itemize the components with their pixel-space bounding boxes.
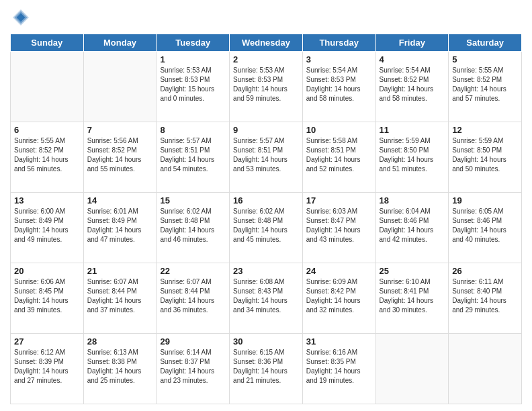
calendar-cell: 1Sunrise: 5:53 AMSunset: 8:53 PMDaylight… bbox=[157, 52, 230, 122]
day-number: 17 bbox=[306, 195, 372, 205]
day-number: 16 bbox=[233, 195, 299, 205]
calendar-cell: 24Sunrise: 6:09 AMSunset: 8:42 PMDayligh… bbox=[302, 263, 375, 334]
calendar-cell: 5Sunrise: 5:55 AMSunset: 8:52 PMDaylight… bbox=[449, 52, 522, 122]
day-number: 22 bbox=[160, 266, 226, 276]
cell-info: Sunrise: 5:57 AMSunset: 8:51 PMDaylight:… bbox=[233, 136, 299, 174]
logo-icon bbox=[10, 7, 32, 28]
cell-info: Sunrise: 6:08 AMSunset: 8:43 PMDaylight:… bbox=[233, 277, 299, 315]
calendar-cell: 3Sunrise: 5:54 AMSunset: 8:53 PMDaylight… bbox=[302, 52, 375, 122]
weekday-header-thursday: Thursday bbox=[302, 34, 375, 52]
calendar-cell bbox=[375, 334, 449, 404]
cell-info: Sunrise: 6:01 AMSunset: 8:49 PMDaylight:… bbox=[87, 207, 153, 244]
day-number: 5 bbox=[452, 54, 518, 64]
day-number: 12 bbox=[452, 125, 518, 135]
cell-info: Sunrise: 5:53 AMSunset: 8:53 PMDaylight:… bbox=[233, 66, 299, 103]
day-number: 10 bbox=[306, 125, 372, 135]
day-number: 28 bbox=[87, 336, 153, 347]
day-number: 21 bbox=[87, 266, 153, 276]
day-number: 15 bbox=[160, 195, 226, 205]
week-row-5: 27Sunrise: 6:12 AMSunset: 8:39 PMDayligh… bbox=[11, 334, 522, 404]
weekday-header-sunday: Sunday bbox=[11, 34, 84, 52]
weekday-header-friday: Friday bbox=[375, 34, 449, 52]
calendar-cell: 11Sunrise: 5:59 AMSunset: 8:50 PMDayligh… bbox=[375, 122, 449, 193]
day-number: 24 bbox=[306, 266, 372, 276]
day-number: 26 bbox=[452, 266, 518, 276]
calendar-cell: 7Sunrise: 5:56 AMSunset: 8:52 PMDaylight… bbox=[83, 122, 157, 193]
cell-info: Sunrise: 6:03 AMSunset: 8:47 PMDaylight:… bbox=[306, 207, 372, 244]
header bbox=[10, 7, 522, 28]
weekday-header-wednesday: Wednesday bbox=[230, 34, 303, 52]
day-number: 23 bbox=[233, 266, 299, 276]
day-number: 7 bbox=[87, 125, 153, 135]
calendar-cell: 14Sunrise: 6:01 AMSunset: 8:49 PMDayligh… bbox=[83, 193, 157, 263]
calendar-cell: 29Sunrise: 6:14 AMSunset: 8:37 PMDayligh… bbox=[157, 334, 230, 404]
cell-info: Sunrise: 6:07 AMSunset: 8:44 PMDaylight:… bbox=[87, 277, 153, 315]
day-number: 3 bbox=[306, 54, 372, 64]
day-number: 30 bbox=[233, 336, 299, 347]
cell-info: Sunrise: 5:53 AMSunset: 8:53 PMDaylight:… bbox=[160, 66, 226, 103]
cell-info: Sunrise: 5:56 AMSunset: 8:52 PMDaylight:… bbox=[87, 136, 153, 174]
cell-info: Sunrise: 6:02 AMSunset: 8:48 PMDaylight:… bbox=[160, 207, 226, 244]
day-number: 4 bbox=[380, 54, 445, 64]
calendar-cell bbox=[83, 52, 157, 122]
day-number: 14 bbox=[87, 195, 153, 205]
day-number: 2 bbox=[233, 54, 299, 64]
cell-info: Sunrise: 6:12 AMSunset: 8:39 PMDaylight:… bbox=[14, 348, 80, 385]
cell-info: Sunrise: 6:07 AMSunset: 8:44 PMDaylight:… bbox=[160, 277, 226, 315]
day-number: 13 bbox=[14, 195, 80, 205]
day-number: 20 bbox=[14, 266, 80, 276]
calendar-cell: 12Sunrise: 5:59 AMSunset: 8:50 PMDayligh… bbox=[449, 122, 522, 193]
day-number: 29 bbox=[160, 336, 226, 347]
cell-info: Sunrise: 6:09 AMSunset: 8:42 PMDaylight:… bbox=[306, 277, 372, 315]
calendar-table: SundayMondayTuesdayWednesdayThursdayFrid… bbox=[10, 34, 522, 404]
day-number: 11 bbox=[380, 125, 445, 135]
day-number: 18 bbox=[380, 195, 445, 205]
cell-info: Sunrise: 5:55 AMSunset: 8:52 PMDaylight:… bbox=[452, 66, 518, 103]
calendar-cell bbox=[11, 52, 84, 122]
week-row-4: 20Sunrise: 6:06 AMSunset: 8:45 PMDayligh… bbox=[11, 263, 522, 334]
cell-info: Sunrise: 6:05 AMSunset: 8:46 PMDaylight:… bbox=[452, 207, 518, 244]
cell-info: Sunrise: 5:54 AMSunset: 8:52 PMDaylight:… bbox=[380, 66, 445, 103]
cell-info: Sunrise: 5:59 AMSunset: 8:50 PMDaylight:… bbox=[452, 136, 518, 174]
cell-info: Sunrise: 6:11 AMSunset: 8:40 PMDaylight:… bbox=[452, 277, 518, 315]
cell-info: Sunrise: 5:57 AMSunset: 8:51 PMDaylight:… bbox=[160, 136, 226, 174]
calendar-cell: 17Sunrise: 6:03 AMSunset: 8:47 PMDayligh… bbox=[302, 193, 375, 263]
cell-info: Sunrise: 6:13 AMSunset: 8:38 PMDaylight:… bbox=[87, 348, 153, 385]
day-number: 6 bbox=[14, 125, 80, 135]
calendar-cell: 16Sunrise: 6:02 AMSunset: 8:48 PMDayligh… bbox=[230, 193, 303, 263]
cell-info: Sunrise: 6:00 AMSunset: 8:49 PMDaylight:… bbox=[14, 207, 80, 244]
cell-info: Sunrise: 6:16 AMSunset: 8:35 PMDaylight:… bbox=[306, 348, 372, 385]
page: SundayMondayTuesdayWednesdayThursdayFrid… bbox=[0, 0, 532, 411]
calendar-cell: 25Sunrise: 6:10 AMSunset: 8:41 PMDayligh… bbox=[375, 263, 449, 334]
weekday-header-tuesday: Tuesday bbox=[157, 34, 230, 52]
weekday-header-row: SundayMondayTuesdayWednesdayThursdayFrid… bbox=[11, 34, 522, 52]
cell-info: Sunrise: 5:58 AMSunset: 8:51 PMDaylight:… bbox=[306, 136, 372, 174]
calendar-cell: 2Sunrise: 5:53 AMSunset: 8:53 PMDaylight… bbox=[230, 52, 303, 122]
week-row-3: 13Sunrise: 6:00 AMSunset: 8:49 PMDayligh… bbox=[11, 193, 522, 263]
calendar-cell: 6Sunrise: 5:55 AMSunset: 8:52 PMDaylight… bbox=[11, 122, 84, 193]
cell-info: Sunrise: 6:15 AMSunset: 8:36 PMDaylight:… bbox=[233, 348, 299, 385]
calendar-cell: 8Sunrise: 5:57 AMSunset: 8:51 PMDaylight… bbox=[157, 122, 230, 193]
calendar-cell: 18Sunrise: 6:04 AMSunset: 8:46 PMDayligh… bbox=[375, 193, 449, 263]
day-number: 31 bbox=[306, 336, 372, 347]
day-number: 9 bbox=[233, 125, 299, 135]
calendar-cell: 22Sunrise: 6:07 AMSunset: 8:44 PMDayligh… bbox=[157, 263, 230, 334]
calendar-cell: 27Sunrise: 6:12 AMSunset: 8:39 PMDayligh… bbox=[11, 334, 84, 404]
calendar-cell: 23Sunrise: 6:08 AMSunset: 8:43 PMDayligh… bbox=[230, 263, 303, 334]
day-number: 25 bbox=[380, 266, 445, 276]
cell-info: Sunrise: 6:10 AMSunset: 8:41 PMDaylight:… bbox=[380, 277, 445, 315]
calendar-cell: 4Sunrise: 5:54 AMSunset: 8:52 PMDaylight… bbox=[375, 52, 449, 122]
week-row-1: 1Sunrise: 5:53 AMSunset: 8:53 PMDaylight… bbox=[11, 52, 522, 122]
cell-info: Sunrise: 5:59 AMSunset: 8:50 PMDaylight:… bbox=[380, 136, 445, 174]
day-number: 19 bbox=[452, 195, 518, 205]
cell-info: Sunrise: 5:54 AMSunset: 8:53 PMDaylight:… bbox=[306, 66, 372, 103]
calendar-cell: 9Sunrise: 5:57 AMSunset: 8:51 PMDaylight… bbox=[230, 122, 303, 193]
day-number: 27 bbox=[14, 336, 80, 347]
cell-info: Sunrise: 6:14 AMSunset: 8:37 PMDaylight:… bbox=[160, 348, 226, 385]
cell-info: Sunrise: 6:06 AMSunset: 8:45 PMDaylight:… bbox=[14, 277, 80, 315]
calendar-cell: 13Sunrise: 6:00 AMSunset: 8:49 PMDayligh… bbox=[11, 193, 84, 263]
day-number: 1 bbox=[160, 54, 226, 64]
calendar-cell bbox=[449, 334, 522, 404]
calendar-cell: 31Sunrise: 6:16 AMSunset: 8:35 PMDayligh… bbox=[302, 334, 375, 404]
weekday-header-monday: Monday bbox=[83, 34, 157, 52]
